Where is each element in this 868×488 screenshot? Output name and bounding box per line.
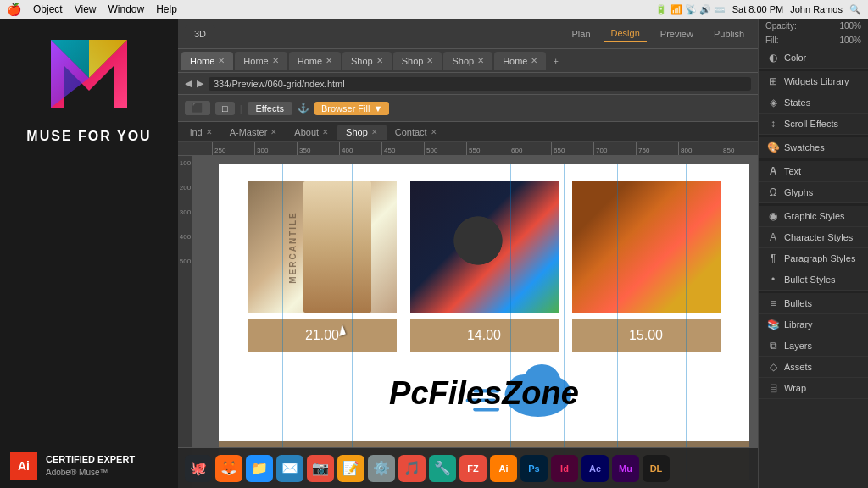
panel-states-label: States (784, 97, 810, 108)
dock-icon-dl[interactable]: DL (643, 455, 670, 482)
view-3d-btn[interactable]: 3D (185, 25, 215, 42)
panel-bullet-styles-label: Bullet Styles (784, 274, 836, 285)
menubar-search[interactable]: 🔍 (849, 4, 861, 15)
browser-fill-button[interactable]: Browser Fill ▼ (314, 102, 389, 115)
page-tab-about-close[interactable]: ✕ (322, 128, 329, 136)
panel-item-wrap[interactable]: ⌸ Wrap (759, 378, 868, 399)
toolbar-align-left[interactable]: ⬛ (185, 101, 210, 115)
tab-close-5[interactable]: ✕ (477, 56, 484, 65)
browser-fill-label: Browser Fill (321, 103, 370, 114)
browser-tab-2[interactable]: Home ✕ (289, 52, 341, 70)
menu-view[interactable]: View (75, 3, 97, 15)
v-ruler-top: 100 (180, 159, 191, 167)
tab-close-0[interactable]: ✕ (218, 56, 225, 65)
effects-button[interactable]: Effects (248, 102, 292, 115)
product-item-2[interactable]: 14.00 (410, 181, 559, 352)
page-tab-about[interactable]: About ✕ (286, 125, 337, 140)
muse-logo (42, 27, 136, 120)
guide-line-7 (686, 164, 687, 480)
product-price-2[interactable]: 14.00 (410, 319, 559, 352)
panel-item-character-styles[interactable]: A Character Styles (759, 227, 868, 248)
page-canvas[interactable]: 21.00 14.00 15.00 (219, 164, 749, 480)
browser-tab-3[interactable]: Shop ✕ (342, 52, 392, 70)
panel-item-paragraph-styles[interactable]: ¶ Paragraph Styles (759, 248, 868, 269)
guide-line-4 (510, 164, 511, 480)
dock-icon-photos[interactable]: 📷 (307, 455, 334, 482)
product-item-3[interactable]: 15.00 (572, 181, 721, 352)
tab-close-6[interactable]: ✕ (531, 56, 537, 65)
v-ruler-300: 300 (180, 208, 191, 216)
page-tab-amaster[interactable]: A-Master ✕ (221, 125, 287, 140)
tab-design[interactable]: Design (604, 25, 647, 42)
product-price-1[interactable]: 21.00 (248, 319, 397, 352)
toolbar-size[interactable]: □ (215, 102, 235, 115)
panel-item-layers[interactable]: ⧉ Layers (759, 336, 868, 357)
opacity-label: Opacity: (765, 21, 797, 30)
panel-glyphs-label: Glyphs (784, 187, 813, 197)
url-input[interactable] (209, 77, 751, 91)
panel-item-text[interactable]: A Text (759, 161, 868, 182)
panel-item-assets[interactable]: ◇ Assets (759, 357, 868, 378)
panel-item-bullet-styles[interactable]: • Bullet Styles (759, 269, 868, 291)
vertical-ruler: 100 200 300 400 500 (178, 156, 193, 488)
menu-object[interactable]: Object (33, 3, 63, 15)
page-tab-ind[interactable]: ind ✕ (181, 125, 221, 140)
dock-icon-music[interactable]: 🎵 (398, 455, 426, 482)
browser-tab-1[interactable]: Home ✕ (235, 52, 287, 70)
dock-icon-id[interactable]: Id (551, 455, 578, 482)
dock-icon-ae[interactable]: Ae (581, 455, 609, 482)
tab-close-2[interactable]: ✕ (326, 56, 332, 65)
browser-tab-4[interactable]: Shop ✕ (393, 52, 442, 70)
panel-item-scroll[interactable]: ↕ Scroll Effects (759, 114, 868, 135)
tab-publish[interactable]: Publish (707, 26, 751, 42)
back-btn[interactable]: ◀ (185, 78, 192, 89)
toolbar-anchor[interactable]: ⚓ (298, 103, 309, 114)
dock-icon-filezilla[interactable]: FZ (459, 455, 487, 482)
tab-close-4[interactable]: ✕ (426, 56, 433, 65)
page-tab-shop-close[interactable]: ✕ (371, 128, 378, 136)
panel-text-label: Text (784, 166, 801, 176)
page-tab-ind-close[interactable]: ✕ (206, 128, 213, 136)
tab-close-3[interactable]: ✕ (376, 56, 383, 65)
dock-icon-notes[interactable]: 📝 (337, 455, 364, 482)
panel-item-swatches[interactable]: 🎨 Swatches (759, 137, 868, 158)
dock-icon-firefox[interactable]: 🦊 (215, 455, 242, 482)
menu-window[interactable]: Window (108, 3, 144, 15)
panel-item-graphic-styles[interactable]: ◉ Graphic Styles (759, 206, 868, 227)
panel-item-library[interactable]: 📚 Library (759, 314, 868, 336)
dock-icon-mail[interactable]: ✉️ (276, 455, 303, 482)
panel-item-widgets[interactable]: ⊞ Widgets Library (759, 71, 868, 92)
dock-icon-ai[interactable]: Ai (490, 455, 517, 482)
menu-help[interactable]: Help (156, 3, 177, 15)
apple-menu[interactable]: 🍎 (7, 3, 21, 16)
canvas-area[interactable]: 21.00 14.00 15.00 (193, 156, 758, 488)
dock-icon-mu[interactable]: Mu (612, 455, 639, 482)
browser-tab-0[interactable]: Home ✕ (181, 52, 233, 70)
tab-plan[interactable]: Plan (565, 26, 598, 42)
new-tab-btn[interactable]: + (548, 56, 563, 66)
panel-item-bullets[interactable]: ≡ Bullets (759, 293, 868, 314)
panel-item-glyphs[interactable]: Ω Glyphs (759, 182, 868, 203)
browser-tab-bar: Home ✕ Home ✕ Home ✕ Shop ✕ Shop ✕ Shop … (178, 49, 758, 73)
product-item-1[interactable]: 21.00 (248, 181, 397, 352)
dock-icon-finder[interactable]: 📁 (246, 455, 273, 482)
fill-row: Fill: 100% (759, 33, 868, 47)
forward-btn[interactable]: ▶ (197, 78, 203, 89)
browser-tab-5[interactable]: Shop ✕ (443, 52, 492, 70)
page-tab-contact-close[interactable]: ✕ (431, 128, 437, 136)
panel-item-color[interactable]: ◐ Color (759, 47, 868, 69)
opacity-row: Opacity: 100% (759, 19, 868, 33)
tab-preview[interactable]: Preview (654, 26, 700, 42)
browser-fill-dropdown[interactable]: ▼ (373, 103, 382, 114)
dock-icon-prefs[interactable]: ⚙️ (368, 455, 395, 482)
page-tab-shop[interactable]: Shop ✕ (337, 125, 387, 140)
dock-icon-ps[interactable]: Ps (520, 455, 548, 482)
page-tab-amaster-close[interactable]: ✕ (270, 128, 277, 136)
page-tab-contact[interactable]: Contact ✕ (387, 125, 446, 140)
product-price-3[interactable]: 15.00 (572, 319, 721, 352)
dock-icon-github[interactable]: 🐙 (185, 455, 212, 482)
panel-item-states[interactable]: ◈ States (759, 92, 868, 114)
browser-tab-6[interactable]: Home ✕ (494, 52, 546, 70)
tab-close-1[interactable]: ✕ (272, 56, 279, 65)
dock-icon-wrench[interactable]: 🔧 (429, 455, 456, 482)
